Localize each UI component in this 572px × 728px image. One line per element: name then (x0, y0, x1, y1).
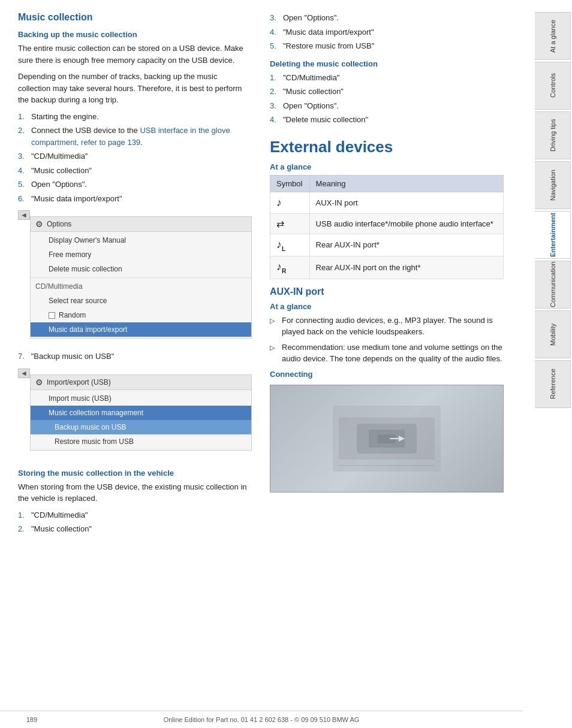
symbol-usb: ⇄ (270, 213, 310, 234)
meaning-rear-r: Rear AUX-IN port on the right* (309, 256, 503, 279)
page-number: 189 (18, 716, 42, 723)
menu-backup-usb[interactable]: Backup music on USB (31, 420, 251, 434)
storing-para: When storing from the USB device, the ex… (18, 481, 252, 505)
restore-steps: 3.Open "Options". 4."Music data import/e… (270, 12, 504, 52)
connecting-photo (270, 385, 504, 493)
del-step-3: 3.Open "Options". (270, 100, 504, 112)
aux-bullet-1: For connecting audio devices, e.g., MP3 … (270, 315, 504, 338)
step-2: 2.Connect the USB device to the USB inte… (18, 125, 252, 148)
tab-navigation[interactable]: Navigation (535, 161, 571, 209)
menu-import-music[interactable]: Import music (USB) (31, 391, 251, 406)
tab-reference[interactable]: Reference (535, 360, 571, 408)
menu-collection-management[interactable]: Music collection management (31, 406, 251, 420)
meaning-aux-in: AUX-IN port (309, 192, 503, 213)
step-3: 3."CD/Multimedia" (18, 150, 252, 162)
restore-step-3: 3.Open "Options". (270, 12, 504, 24)
footer: 189 Online Edition for Part no. 01 41 2 … (0, 711, 523, 728)
tab-at-a-glance[interactable]: At a glance (535, 12, 571, 60)
gear-icon-2: ⚙ (35, 377, 43, 387)
table-row: ♪L Rear AUX-IN port* (270, 234, 504, 256)
table-row: ⇄ USB audio interface*/mobile phone audi… (270, 213, 504, 234)
menu-restore-usb[interactable]: Restore music from USB (31, 434, 251, 449)
aux-bullets: For connecting audio devices, e.g., MP3 … (270, 315, 504, 365)
restore-step-4: 4."Music data import/export" (270, 26, 504, 38)
menu-arrow-left[interactable]: ◄ (18, 210, 30, 220)
table-row: ♪R Rear AUX-IN port on the right* (270, 256, 504, 279)
menu-random[interactable]: Random (31, 308, 251, 322)
right-column: 3.Open "Options". 4."Music data import/e… (270, 12, 504, 540)
gear-icon: ⚙ (35, 219, 43, 229)
symbol-rear-l: ♪L (270, 234, 310, 256)
options-menu-body: Display Owner's Manual Free memory Delet… (31, 232, 251, 338)
storing-steps: 1."CD/Multimedia" 2."Music collection" (18, 509, 252, 535)
tab-driving-tips[interactable]: Driving tips (535, 111, 571, 159)
options-menu-container: ◄ ⚙ Options Display Owner's Manual Free … (18, 210, 252, 345)
options-menu: ⚙ Options Display Owner's Manual Free me… (30, 216, 252, 339)
meaning-col-header: Meaning (309, 175, 503, 192)
import-export-title: Import/export (USB) (47, 378, 111, 386)
connecting-title: Connecting (270, 370, 504, 379)
step-7: 7. "Backup music on USB" (18, 351, 252, 363)
step-4: 4."Music collection" (18, 165, 252, 177)
tab-entertainment[interactable]: Entertainment (535, 211, 571, 259)
symbol-aux-in: ♪ (270, 192, 310, 213)
menu-select-rear[interactable]: Select rear source (31, 294, 251, 308)
del-step-1: 1."CD/Multimedia" (270, 72, 504, 84)
backing-up-para1: The entire music collection can be store… (18, 43, 252, 66)
import-export-header: ⚙ Import/export (USB) (31, 375, 251, 390)
storing-step-2: 2."Music collection" (18, 523, 252, 535)
storing-title: Storing the music collection in the vehi… (18, 469, 252, 478)
external-devices-title: External devices (270, 138, 504, 156)
menu-cd-multimedia[interactable]: CD/Multimedia (31, 279, 251, 294)
backing-up-para2: Depending on the number of tracks, backi… (18, 71, 252, 106)
left-column: Music collection Backing up the music co… (18, 12, 252, 540)
menu-display-owners[interactable]: Display Owner's Manual (31, 233, 251, 247)
del-step-4: 4."Delete music collection" (270, 114, 504, 126)
restore-step-5: 5."Restore music from USB" (270, 40, 504, 52)
import-export-body: Import music (USB) Music collection mana… (31, 390, 251, 450)
random-label: Random (59, 310, 86, 321)
storing-step-1: 1."CD/Multimedia" (18, 509, 252, 521)
aux-in-title: AUX-IN port (270, 286, 504, 297)
menu-music-data[interactable]: Music data import/export (31, 322, 251, 337)
meaning-usb: USB audio interface*/mobile phone audio … (309, 213, 503, 234)
meaning-rear-l: Rear AUX-IN port* (309, 234, 503, 256)
import-export-menu: ⚙ Import/export (USB) Import music (USB)… (30, 374, 252, 451)
symbol-table: Symbol Meaning ♪ AUX-IN port (270, 175, 504, 279)
aux-bullet-2: Recommendation: use medium tone and volu… (270, 342, 504, 365)
symbol-col-header: Symbol (270, 175, 310, 192)
import-export-menu-container: ◄ ⚙ Import/export (USB) Import music (US… (18, 368, 252, 457)
main-title: Music collection (18, 12, 252, 23)
menu2-arrow-left[interactable]: ◄ (18, 368, 30, 378)
step-1: 1.Starting the engine. (18, 111, 252, 123)
random-checkbox[interactable] (49, 312, 55, 319)
aux-at-glance-title: At a glance (270, 302, 504, 311)
tab-mobility[interactable]: Mobility (535, 310, 571, 358)
right-sidebar: At a glance Controls Driving tips Naviga… (522, 0, 571, 552)
deleting-steps: 1."CD/Multimedia" 2."Music collection" 3… (270, 72, 504, 126)
footer-text: Online Edition for Part no. 01 41 2 602 … (164, 716, 360, 723)
options-menu-title: Options (47, 220, 71, 228)
table-row: ♪ AUX-IN port (270, 192, 504, 213)
menu-free-memory[interactable]: Free memory (31, 247, 251, 262)
tab-controls[interactable]: Controls (535, 62, 571, 110)
symbol-rear-r: ♪R (270, 256, 310, 279)
backing-steps: 1.Starting the engine. 2.Connect the USB… (18, 111, 252, 205)
menu-delete-collection[interactable]: Delete music collection (31, 262, 251, 276)
backing-up-title: Backing up the music collection (18, 30, 252, 39)
tab-communication[interactable]: Communication (535, 261, 571, 309)
del-step-2: 2."Music collection" (270, 86, 504, 98)
usb-link[interactable]: USB interface in the glove compartment, … (31, 126, 230, 147)
step-6: 6."Music data import/export" (18, 193, 252, 205)
step-5: 5.Open "Options". (18, 179, 252, 191)
deleting-title: Deleting the music collection (270, 59, 504, 68)
menu-sep-1 (31, 277, 251, 278)
options-menu-header: ⚙ Options (31, 217, 251, 232)
ext-at-glance-title: At a glance (270, 162, 504, 171)
